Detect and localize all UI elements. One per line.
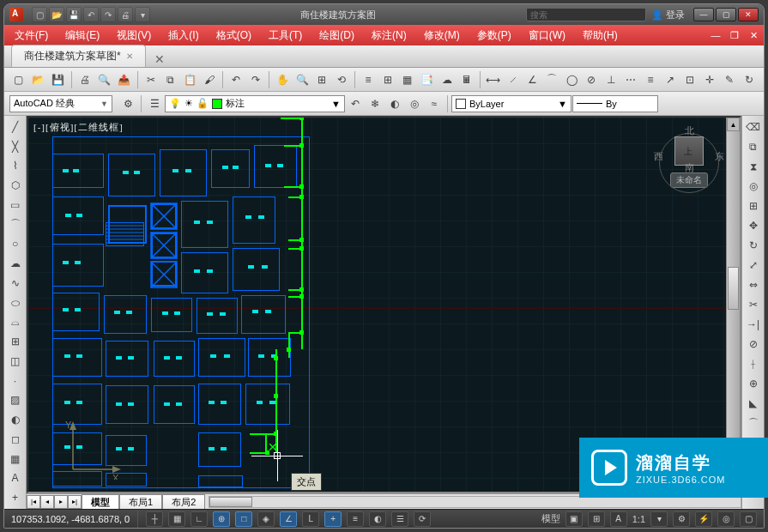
workspace-dropdown[interactable]: AutoCAD 经典▼ [9, 95, 112, 112]
layer-off-icon[interactable]: ◐ [385, 94, 404, 113]
dim-continue-icon[interactable]: ⋯ [621, 70, 640, 89]
snap-mode-icon[interactable]: ┼ [146, 511, 163, 527]
dim-edit-icon[interactable]: ✎ [720, 70, 739, 89]
zoom-window-icon[interactable]: ⊞ [312, 70, 331, 89]
tool-palette-icon[interactable]: ▦ [398, 70, 417, 89]
annotation-scale-icon[interactable]: A [610, 511, 627, 527]
calc-icon[interactable]: 🖩 [457, 70, 476, 89]
dim-linear-icon[interactable]: ⟷ [484, 70, 503, 89]
layer-match-icon[interactable]: ≈ [425, 94, 444, 113]
chamfer-icon[interactable]: ◣ [745, 395, 762, 412]
lineweight-dropdown[interactable]: By [572, 95, 658, 112]
layer-previous-icon[interactable]: ↶ [346, 94, 365, 113]
osnap-mode-icon[interactable]: □ [235, 511, 252, 527]
mirror-icon[interactable]: ⧗ [745, 158, 762, 175]
rotate-icon[interactable]: ↻ [745, 237, 762, 254]
polyline-icon[interactable]: ⌇ [7, 158, 24, 175]
menu-format[interactable]: 格式(O) [208, 26, 260, 45]
scroll-up-icon[interactable]: ▲ [727, 118, 740, 131]
grid-mode-icon[interactable]: ▦ [168, 511, 185, 527]
stretch-icon[interactable]: ⇔ [745, 276, 762, 293]
zoom-prev-icon[interactable]: ⟲ [332, 70, 351, 89]
otrack-icon[interactable]: ∠ [280, 511, 297, 527]
doc-minimize-icon[interactable]: — [707, 27, 724, 43]
maximize-button[interactable]: ▢ [716, 8, 736, 21]
viewcube-north[interactable]: 北 [650, 124, 728, 137]
ucs-icon[interactable]: Y X [63, 420, 123, 480]
model-space-label[interactable]: 模型 [541, 512, 560, 525]
match-icon[interactable]: 🖌 [200, 70, 219, 89]
preview-icon[interactable]: 🔍 [95, 70, 114, 89]
dim-ordinate-icon[interactable]: ⊥ [602, 70, 620, 89]
erase-icon[interactable]: ⌫ [745, 118, 762, 136]
clean-screen-icon[interactable]: ▢ [740, 511, 757, 527]
publish-icon[interactable]: 📤 [115, 70, 134, 89]
menu-window[interactable]: 窗口(W) [520, 26, 574, 45]
help-search-input[interactable] [526, 8, 646, 21]
paste-icon[interactable]: 📋 [181, 70, 200, 89]
new-icon[interactable]: ▢ [9, 70, 28, 89]
tolerance-icon[interactable]: ⊡ [680, 70, 699, 89]
vertical-scrollbar[interactable]: ▲ ▼ [726, 118, 740, 492]
join-icon[interactable]: ⊕ [745, 375, 762, 392]
document-tab-active[interactable]: 商住楼建筑方案草图* ✕ [11, 45, 146, 67]
spline-icon[interactable]: ∿ [7, 275, 24, 292]
point-icon[interactable]: · [7, 372, 24, 390]
qat-save-icon[interactable]: 💾 [66, 7, 82, 22]
dim-radius-icon[interactable]: ◯ [562, 70, 581, 89]
hatch-icon[interactable]: ▨ [7, 392, 24, 409]
menu-file[interactable]: 文件(F) [6, 26, 57, 45]
app-icon[interactable] [9, 8, 23, 21]
menu-help[interactable]: 帮助(H) [574, 26, 626, 45]
isolate-objects-icon[interactable]: ◎ [717, 511, 735, 527]
mtext-icon[interactable]: A [7, 470, 24, 487]
ellipse-arc-icon[interactable]: ⌓ [7, 314, 24, 331]
ducs-icon[interactable]: L [302, 511, 319, 527]
qat-open-icon[interactable]: 📂 [49, 7, 64, 22]
tab-next-icon[interactable]: ▸ [54, 495, 68, 509]
hscroll-thumb[interactable] [209, 497, 252, 507]
dim-update-icon[interactable]: ↻ [740, 70, 759, 89]
coordinates-display[interactable]: 107353.1092, -4681.6878, 0 [11, 514, 130, 524]
polar-mode-icon[interactable]: ⊕ [213, 511, 230, 527]
scale-label[interactable]: 1:1 [632, 514, 645, 524]
tab-first-icon[interactable]: |◂ [27, 495, 40, 509]
menu-dimension[interactable]: 标注(N) [363, 26, 415, 45]
make-block-icon[interactable]: ◫ [7, 353, 24, 370]
ellipse-icon[interactable]: ⬭ [7, 294, 24, 311]
quick-view-icon[interactable]: ⊞ [588, 511, 605, 527]
design-center-icon[interactable]: ⊞ [378, 70, 397, 89]
polygon-icon[interactable]: ⬡ [7, 177, 24, 194]
menu-modify[interactable]: 修改(M) [415, 26, 469, 45]
insert-block-icon[interactable]: ⊞ [7, 333, 24, 350]
construction-line-icon[interactable]: ╳ [7, 138, 24, 155]
tab-layout1[interactable]: 布局1 [119, 494, 162, 510]
circle-icon[interactable]: ○ [7, 236, 24, 253]
break-point-icon[interactable]: ⊘ [745, 336, 762, 353]
trim-icon[interactable]: ✂ [745, 296, 762, 313]
menu-insert[interactable]: 插入(I) [160, 26, 207, 45]
dim-diameter-icon[interactable]: ⊘ [582, 70, 601, 89]
break-icon[interactable]: ⟊ [745, 355, 762, 372]
dim-arc-icon[interactable]: ⌒ [542, 70, 561, 89]
layer-isolate-icon[interactable]: ◎ [405, 94, 424, 113]
qat-print-icon[interactable]: 🖨 [118, 7, 133, 22]
zoom-icon[interactable]: 🔍 [293, 70, 311, 89]
linetype-dropdown[interactable]: ByLayer ▼ [451, 95, 571, 112]
layer-dropdown[interactable]: 💡 ☀ 🔓 标注 ▼ [165, 95, 345, 112]
center-mark-icon[interactable]: ✛ [700, 70, 719, 89]
quick-props-icon[interactable]: ☰ [391, 511, 408, 527]
add-selected-icon[interactable]: + [7, 489, 24, 506]
copy-obj-icon[interactable]: ⧉ [745, 138, 762, 155]
scale-icon[interactable]: ⤢ [745, 257, 762, 274]
gradient-icon[interactable]: ◐ [7, 411, 24, 428]
table-icon[interactable]: ▦ [7, 450, 24, 468]
new-tab-button[interactable]: ✕ [151, 51, 168, 67]
workspace-switch-icon[interactable]: ⚙ [673, 511, 690, 527]
doc-close-icon[interactable]: ✕ [745, 27, 762, 43]
viewcube[interactable]: 北 西 东 上 南 未命名 [650, 124, 728, 210]
revision-cloud-icon[interactable]: ☁ [7, 255, 24, 272]
dim-angular-icon[interactable]: ∠ [523, 70, 542, 89]
copy-icon[interactable]: ⧉ [161, 70, 180, 89]
array-icon[interactable]: ⊞ [745, 197, 762, 215]
